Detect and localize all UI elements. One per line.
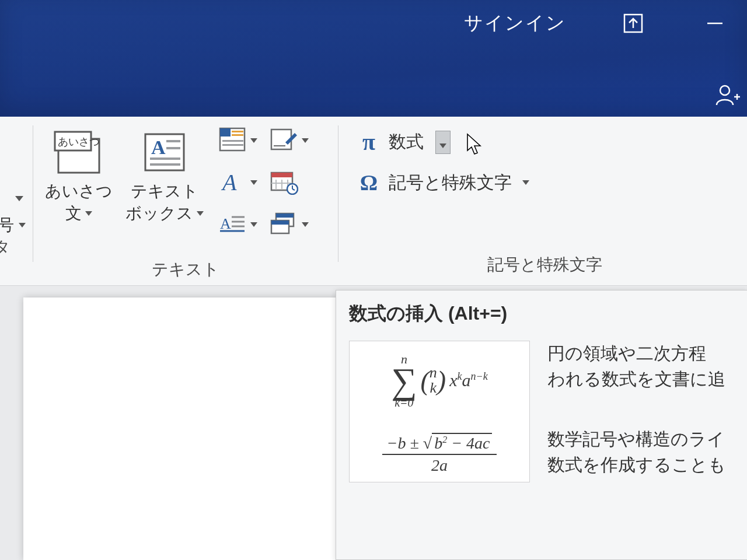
minimize-button[interactable] — [700, 9, 729, 38]
quick-parts-icon — [218, 126, 247, 155]
tooltip-equation-insert: 数式の挿入 (Alt+=) n ∑ k=0 ( nk ) xkan−k −b ±… — [336, 290, 747, 560]
group-label-symbols: 記号と特殊文字 — [342, 254, 747, 276]
dropcap-icon: A — [218, 210, 247, 239]
object-icon — [269, 210, 298, 239]
separator — [33, 125, 33, 262]
chevron-down-icon — [15, 196, 23, 201]
chevron-down-icon — [302, 222, 309, 227]
svg-rect-16 — [232, 131, 243, 132]
greeting-label-2: 文 — [65, 204, 82, 223]
chevron-down-icon — [250, 138, 257, 143]
svg-rect-15 — [220, 128, 231, 136]
signin-button[interactable]: サインイン — [464, 10, 566, 36]
svg-rect-29 — [271, 173, 292, 177]
svg-rect-18 — [222, 140, 243, 142]
svg-rect-19 — [222, 144, 243, 146]
number-button[interactable] — [13, 195, 26, 202]
textbox-icon: A — [138, 126, 191, 178]
ribbon: 番号 ッター あいさつ あいさつ 文 — [0, 117, 747, 286]
tooltip-description: 円の領域や二次方程 われる数式を文書に追 数学記号や構造のライ 数式を作成するこ… — [547, 341, 726, 477]
signature-line-button[interactable] — [267, 125, 311, 156]
chevron-down-icon — [85, 211, 92, 216]
pi-icon: π — [355, 128, 383, 156]
minimize-icon — [702, 10, 728, 36]
greeting-label-1: あいさつ — [45, 182, 113, 201]
chevron-down-icon — [302, 138, 309, 143]
person-add-icon — [714, 82, 741, 108]
group-label-partial: ッター — [0, 236, 26, 281]
share-button[interactable] — [714, 82, 741, 111]
ribbon-display-options-button[interactable] — [619, 9, 648, 38]
wordart-icon: A — [218, 168, 247, 197]
chevron-down-icon — [19, 223, 26, 228]
equation-binomial: n ∑ k=0 ( nk ) xkan−k — [358, 353, 521, 408]
equation-label: 数式 — [389, 130, 424, 154]
date-time-icon — [269, 168, 298, 197]
omega-icon: Ω — [355, 170, 383, 195]
title-bar: サインイン — [0, 0, 747, 117]
chevron-down-icon — [250, 222, 257, 227]
equation-preview: n ∑ k=0 ( nk ) xkan−k −b ± √b2 − 4ac 2a — [349, 341, 530, 482]
tooltip-desc-4: 数式を作成することも — [547, 452, 726, 478]
chevron-down-icon — [250, 180, 257, 185]
svg-rect-38 — [276, 214, 294, 218]
date-time-button[interactable] — [267, 167, 311, 198]
title-actions: サインイン — [464, 9, 729, 38]
symbol-button[interactable]: Ω 記号と特殊文字 — [350, 167, 534, 198]
svg-point-2 — [720, 86, 729, 95]
equation-button[interactable]: π 数式 — [350, 126, 534, 158]
svg-rect-17 — [232, 134, 243, 136]
equation-dropdown[interactable] — [435, 131, 451, 154]
greeting-button[interactable]: あいさつ あいさつ 文 — [40, 123, 117, 223]
tooltip-desc-3: 数学記号や構造のライ — [547, 426, 726, 452]
separator — [338, 125, 338, 262]
svg-rect-40 — [271, 220, 289, 225]
dropcap-button[interactable]: A — [215, 209, 260, 240]
tooltip-desc-2: われる数式を文書に追 — [547, 366, 726, 392]
ribbon-group-symbols: π 数式 Ω 記号と特殊文字 記号と特殊文字 — [342, 117, 747, 285]
svg-text:A: A — [221, 169, 237, 195]
quick-parts-button[interactable] — [215, 125, 260, 156]
object-button[interactable] — [267, 209, 311, 240]
svg-text:A: A — [220, 215, 231, 232]
equation-quadratic: −b ± √b2 − 4ac 2a — [358, 433, 521, 476]
chevron-down-icon — [439, 144, 446, 148]
svg-text:あいさつ: あいさつ — [58, 136, 100, 148]
number-label: 番号 — [0, 214, 14, 236]
textbox-button[interactable]: A テキスト ボックス — [121, 123, 208, 223]
symbol-label: 記号と特殊文字 — [389, 171, 512, 195]
textbox-label-2: ボックス — [125, 204, 193, 223]
mouse-cursor — [466, 133, 484, 162]
box-arrow-up-icon — [620, 10, 646, 36]
tooltip-title: 数式の挿入 (Alt+=) — [349, 301, 747, 327]
chevron-down-icon — [197, 211, 204, 216]
svg-text:A: A — [151, 136, 166, 158]
ribbon-group-partial-left: 番号 ッター — [0, 117, 29, 285]
ribbon-group-text: あいさつ あいさつ 文 A — [37, 117, 334, 285]
greeting-icon: あいさつ — [53, 126, 105, 178]
group-label-text: テキスト — [152, 258, 219, 281]
chevron-down-icon — [522, 180, 529, 185]
tooltip-desc-1: 円の領域や二次方程 — [547, 341, 726, 366]
wordart-button[interactable]: A — [215, 167, 260, 198]
textbox-label-1: テキスト — [131, 182, 198, 201]
signature-icon — [269, 126, 298, 155]
